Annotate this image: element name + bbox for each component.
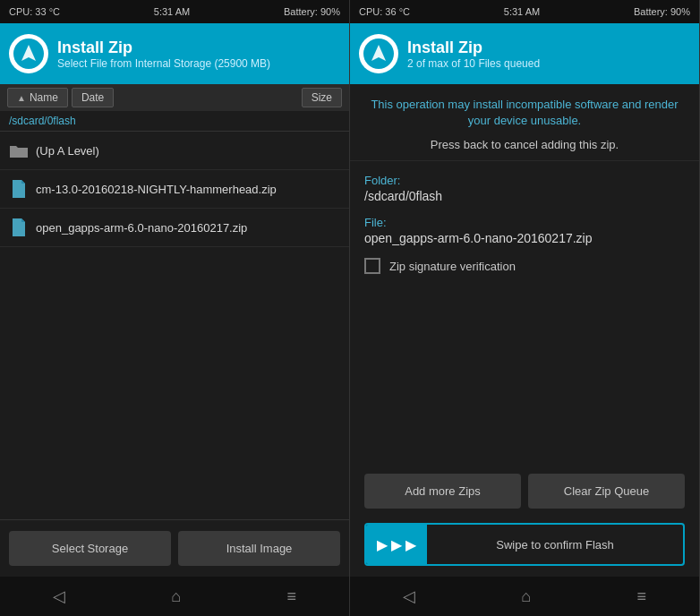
zip-sig-checkbox[interactable] [364, 258, 380, 274]
zip-sig-verification-row[interactable]: Zip signature verification [364, 258, 685, 274]
column-headers: ▲ Name Date Size [0, 84, 349, 111]
zip-file-icon [9, 218, 29, 237]
right-nav-bar: ◁ ⌂ ≡ [350, 577, 699, 616]
right-header-title: Install Zip [407, 38, 540, 57]
left-status-bar: CPU: 33 °C 5:31 AM Battery: 90% [0, 0, 349, 23]
sort-arrow-icon: ▲ [17, 93, 26, 103]
left-current-path: /sdcard/0flash [9, 115, 76, 127]
left-logo [9, 34, 48, 73]
install-image-button[interactable]: Install Image [178, 531, 340, 566]
add-more-zips-button[interactable]: Add more Zips [364, 474, 521, 509]
info-section: Folder: /sdcard/0flash File: open_gapps-… [350, 161, 699, 465]
right-time-status: 5:31 AM [504, 6, 540, 17]
left-header: Install Zip Select File from Internal St… [0, 23, 349, 84]
left-header-title: Install Zip [57, 38, 270, 57]
right-header-subtitle: 2 of max of 10 Files queued [407, 57, 540, 70]
swipe-arrows-container: ▶ ▶ ▶ [366, 525, 427, 564]
left-bottom-buttons: Select Storage Install Image [0, 519, 349, 577]
right-menu-button[interactable]: ≡ [619, 580, 664, 613]
select-storage-button[interactable]: Select Storage [9, 531, 171, 566]
left-battery-status: Battery: 90% [284, 6, 340, 17]
right-panel: CPU: 36 °C 5:31 AM Battery: 90% Install … [350, 0, 700, 616]
clear-zip-queue-button[interactable]: Clear Zip Queue [528, 474, 685, 509]
file-item-name: (Up A Level) [36, 144, 99, 158]
right-home-button[interactable]: ⌂ [503, 580, 549, 613]
left-home-button[interactable]: ⌂ [153, 580, 199, 613]
list-item[interactable]: cm-13.0-20160218-NIGHTLY-hammerhead.zip [0, 170, 349, 209]
left-file-list[interactable]: (Up A Level) cm-13.0-20160218-NIGHTLY-ha… [0, 132, 349, 519]
zip-svg-icon [11, 179, 27, 199]
sort-by-date-button[interactable]: Date [72, 88, 114, 107]
warning-text: This operation may install incompatible … [364, 97, 685, 129]
right-battery-status: Battery: 90% [634, 6, 690, 17]
sort-by-name-button[interactable]: ▲ Name [7, 88, 68, 107]
right-header-text: Install Zip 2 of max of 10 Files queued [407, 38, 540, 70]
zip-sig-label: Zip signature verification [389, 260, 516, 273]
twrp-logo-icon [13, 38, 45, 70]
right-cpu-status: CPU: 36 °C [359, 6, 410, 17]
file-item-name: open_gapps-arm-6.0-nano-20160217.zip [36, 221, 247, 235]
twrp-logo-icon-right [363, 38, 395, 70]
swipe-to-confirm-bar[interactable]: ▶ ▶ ▶ Swipe to confirm Flash [364, 523, 685, 566]
left-path-bar: /sdcard/0flash [0, 111, 349, 132]
left-nav-bar: ◁ ⌂ ≡ [0, 577, 349, 616]
zip-svg-icon [11, 218, 27, 237]
right-header: Install Zip 2 of max of 10 Files queued [350, 23, 699, 84]
left-panel: CPU: 33 °C 5:31 AM Battery: 90% Install … [0, 0, 350, 616]
left-time-status: 5:31 AM [154, 6, 190, 17]
list-item[interactable]: (Up A Level) [0, 132, 349, 170]
file-item-name: cm-13.0-20160218-NIGHTLY-hammerhead.zip [36, 183, 277, 196]
swipe-label: Swipe to confirm Flash [427, 538, 683, 552]
list-item[interactable]: open_gapps-arm-6.0-nano-20160217.zip [0, 209, 349, 247]
name-column-label: Name [30, 91, 58, 104]
press-back-text: Press back to cancel adding this zip. [364, 138, 685, 151]
swipe-arrow-2-icon: ▶ [391, 536, 402, 553]
folder-label: Folder: [364, 174, 685, 187]
right-back-button[interactable]: ◁ [385, 579, 433, 613]
sort-by-size-button[interactable]: Size [302, 88, 342, 107]
right-action-buttons: Add more Zips Clear Zip Queue [350, 465, 699, 518]
left-menu-button[interactable]: ≡ [269, 580, 314, 613]
left-header-subtitle: Select File from Internal Storage (25900… [57, 57, 270, 70]
left-back-button[interactable]: ◁ [35, 579, 83, 613]
zip-file-icon [9, 179, 29, 199]
folder-value: /sdcard/0flash [364, 189, 685, 203]
warning-box: This operation may install incompatible … [350, 84, 699, 161]
file-label: File: [364, 216, 685, 229]
swipe-arrow-1-icon: ▶ [377, 536, 388, 553]
size-column-label: Size [312, 91, 332, 104]
folder-icon [9, 141, 29, 160]
left-cpu-status: CPU: 33 °C [9, 6, 60, 17]
file-value: open_gapps-arm-6.0-nano-20160217.zip [364, 231, 685, 245]
right-logo [359, 34, 398, 73]
folder-svg-icon [9, 142, 29, 158]
swipe-arrow-3-icon: ▶ [405, 536, 416, 553]
left-header-text: Install Zip Select File from Internal St… [57, 38, 270, 70]
date-column-label: Date [81, 91, 104, 104]
right-status-bar: CPU: 36 °C 5:31 AM Battery: 90% [350, 0, 699, 23]
